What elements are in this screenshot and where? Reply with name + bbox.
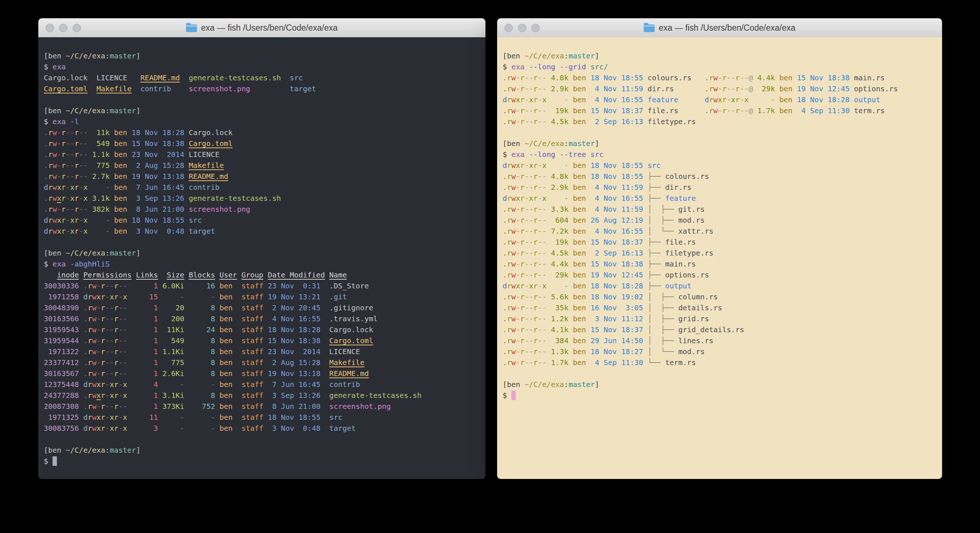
terminal-line: .rw-r--r-- 11k ben 18 Nov 18:28 Cargo.lo…	[44, 127, 480, 138]
title-area: exa — fish /Users/ben/Code/exa/exa	[38, 18, 485, 37]
terminal-line: [ben ~/C/e/exa:master]	[503, 50, 937, 61]
terminal-line: drwxr-xr-x - ben 4 Nov 16:55 feature drw…	[503, 94, 937, 105]
terminal-line: [ben ~/C/e/exa:master]	[503, 138, 937, 149]
terminal-line: 24377288 .rwxr-xr-x 1 3.1Ki 8 ben staff …	[44, 390, 480, 401]
terminal-line: [ben ~/C/e/exa:master]	[44, 50, 480, 61]
terminal-line: 23377412 .rw-r--r-- 1 775 8 ben staff 2 …	[44, 357, 480, 368]
terminal-line: .rw-r--r-- 604 ben 26 Aug 12:19 │ ├── mo…	[503, 215, 937, 226]
terminal-line: 30030336 .rw-r--r-- 1 6.0Ki 16 ben staff…	[44, 280, 480, 291]
terminal-line: drwxr-xr-x - ben 4 Nov 16:55 ├── feature	[503, 193, 937, 204]
terminal-line: 1971258 drwxr-xr-x 15 - - ben staff 19 N…	[44, 291, 480, 302]
terminal-window-light: exa — fish /Users/ben/Code/exa/exa [ben …	[497, 18, 942, 479]
terminal-line: [ben ~/C/e/exa:master]	[503, 379, 937, 390]
terminal-line: 12375448 drwxr-xr-x 4 - - ben staff 7 Ju…	[44, 379, 480, 390]
terminal-line: .rw-r--r-- 19k ben 15 Nov 18:37 ├── file…	[503, 236, 937, 247]
terminal-line: .rw-r--r-- 2.9k ben 4 Nov 11:59 dir.rs .…	[503, 83, 937, 94]
terminal-line	[44, 94, 480, 105]
terminal-line: [ben ~/C/e/exa:master]	[44, 105, 480, 116]
terminal-line: 31959543 .rw-r--r-- 1 11Ki 24 ben staff …	[44, 324, 480, 335]
terminal-line	[44, 236, 480, 247]
terminal-line: $ exa -abghHliS	[44, 259, 480, 270]
terminal-line: [ben ~/C/e/exa:master]	[44, 247, 480, 259]
terminal-window-dark: exa — fish /Users/ben/Code/exa/exa [ben …	[38, 18, 485, 479]
terminal-line: 20087308 .rw-r--r-- 1 373Ki 752 ben staf…	[44, 401, 480, 412]
terminal-line: .rw-r--r-- 1.2k ben 3 Nov 11:12 │ ├── gr…	[503, 313, 937, 324]
text-cursor	[52, 456, 57, 466]
terminal-line: $	[44, 456, 480, 466]
terminal-line: .rw-r--r-- 1.3k ben 18 Nov 18:27 │ └── m…	[503, 346, 937, 357]
terminal-line: 30163567 .rw-r--r-- 1 2.6Ki 8 ben staff …	[44, 368, 480, 379]
terminal-line: $	[503, 390, 937, 401]
terminal-line	[503, 368, 937, 379]
terminal-line: .rw-r--r-- 2.7k ben 19 Nov 13:18 README.…	[44, 171, 480, 182]
terminal-line: Cargo.toml Makefile contrib screenshot.p…	[44, 83, 480, 94]
terminal-line: .rw-r--r-- 384 ben 29 Jun 14:50 │ ├── li…	[503, 335, 937, 346]
terminal-line: .rw-r--r-- 1.7k ben 4 Sep 11:30 └── term…	[503, 357, 937, 368]
terminal-line: .rw-r--r-- 7.2k ben 4 Nov 16:55 │ └── xa…	[503, 226, 937, 236]
terminal-line	[503, 127, 937, 138]
terminal-output[interactable]: [ben ~/C/e/exa:master]$ exa --long --gri…	[497, 37, 942, 479]
titlebar[interactable]: exa — fish /Users/ben/Code/exa/exa	[497, 18, 942, 38]
terminal-line: .rw-r--r-- 775 ben 2 Aug 15:28 Makefile	[44, 160, 480, 171]
terminal-line: 30083756 drwxr-xr-x 3 - - ben staff 3 No…	[44, 423, 480, 434]
terminal-line: .rw-r--r-- 4.8k ben 18 Nov 18:55 ├── col…	[503, 171, 937, 182]
terminal-line: .rw-r--r-- 3.3k ben 4 Nov 11:59 │ ├── gi…	[503, 204, 937, 215]
terminal-line: 30163566 .rw-r--r-- 1 200 8 ben staff 4 …	[44, 313, 480, 324]
terminal-line: .rwxr-xr-x 3.1k ben 3 Sep 13:26 generate…	[44, 193, 480, 204]
terminal-line: .rw-r--r-- 549 ben 15 Nov 18:38 Cargo.to…	[44, 138, 480, 149]
terminal-line: .rw-r--r-- 4.1k ben 15 Nov 18:37 │ ├── g…	[503, 324, 937, 335]
titlebar[interactable]: exa — fish /Users/ben/Code/exa/exa	[38, 18, 485, 38]
terminal-line: .rw-r--r-- 4.4k ben 15 Nov 18:38 ├── mai…	[503, 259, 937, 270]
terminal-line: drwxr-xr-x - ben 18 Nov 18:55 src	[44, 215, 480, 226]
terminal-line: drwxr-xr-x - ben 7 Jun 16:45 contrib	[44, 182, 480, 193]
terminal-line: 31959544 .rw-r--r-- 1 549 8 ben staff 15…	[44, 335, 480, 346]
terminal-line: 1971325 drwxr-xr-x 11 - - ben staff 18 N…	[44, 412, 480, 423]
folder-icon	[644, 24, 655, 32]
window-title: exa — fish /Users/ben/Code/exa/exa	[659, 23, 795, 33]
terminal-line: .rw-r--r-- 4.5k ben 2 Sep 16:13 filetype…	[503, 116, 937, 127]
text-cursor	[511, 391, 516, 400]
terminal-line: .rw-r--r-- 35k ben 16 Nov 3:05 │ ├── det…	[503, 302, 937, 313]
terminal-line: .rw-r--r-- 29k ben 19 Nov 12:45 ├── opti…	[503, 270, 937, 280]
terminal-line: drwxr-xr-x - ben 18 Nov 18:28 ├── output	[503, 280, 937, 291]
terminal-line: $ exa -l	[44, 116, 480, 127]
terminal-line: .rw-r--r-- 382k ben 8 Jun 21:00 screensh…	[44, 204, 480, 215]
terminal-line: .rw-r--r-- 1.1k ben 23 Nov 2014 LICENCE	[44, 149, 480, 160]
terminal-line: .rw-r--r-- 2.9k ben 4 Nov 11:59 ├── dir.…	[503, 182, 937, 193]
terminal-line: $ exa --long --grid src/	[503, 61, 937, 72]
terminal-line: .rw-r--r-- 4.5k ben 2 Sep 16:13 ├── file…	[503, 247, 937, 259]
terminal-line: 30048390 .rw-r--r-- 1 20 8 ben staff 2 N…	[44, 302, 480, 313]
folder-icon	[186, 24, 197, 32]
terminal-line: [ben ~/C/e/exa:master]	[44, 445, 480, 456]
terminal-line: .rw-r--r-- 19k ben 15 Nov 18:37 file.rs …	[503, 105, 937, 116]
terminal-line: .rw-r--r-- 4.8k ben 18 Nov 18:55 colours…	[503, 72, 937, 83]
title-area: exa — fish /Users/ben/Code/exa/exa	[497, 18, 942, 37]
terminal-output[interactable]: [ben ~/C/e/exa:master]$ exaCargo.lock LI…	[38, 37, 485, 479]
terminal-line	[44, 434, 480, 445]
terminal-line: drwxr-xr-x - ben 18 Nov 18:55 src	[503, 160, 937, 171]
terminal-line: inode Permissions Links Size Blocks User…	[44, 270, 480, 280]
terminal-line: drwxr-xr-x - ben 3 Nov 0:48 target	[44, 226, 480, 236]
terminal-line: Cargo.lock LICENCE README.md generate-te…	[44, 72, 480, 83]
window-title: exa — fish /Users/ben/Code/exa/exa	[201, 23, 338, 33]
terminal-line: 1971322 .rw-r--r-- 1 1.1Ki 8 ben staff 2…	[44, 346, 480, 357]
terminal-line: $ exa --long --tree src	[503, 149, 937, 160]
terminal-line: .rw-r--r-- 5.6k ben 18 Nov 19:02 │ ├── c…	[503, 291, 937, 302]
terminal-line: $ exa	[44, 61, 480, 72]
desktop: exa — fish /Users/ben/Code/exa/exa [ben …	[0, 0, 980, 533]
